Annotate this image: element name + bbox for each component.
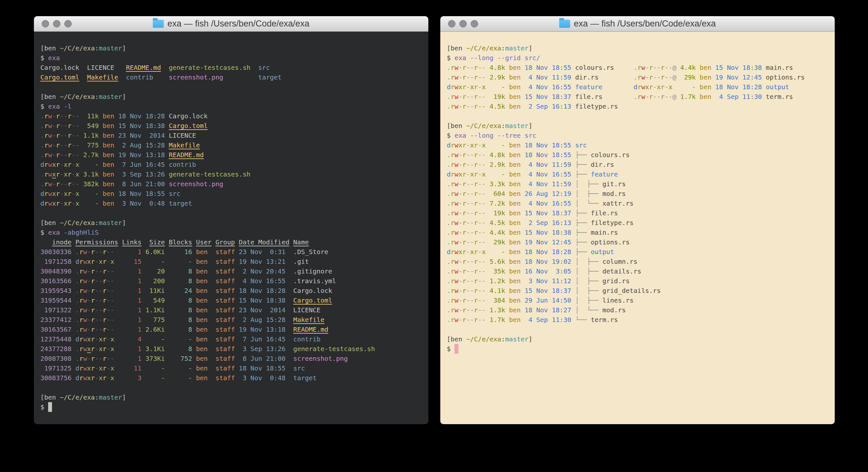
terminal-line: 30163567 .rw-r--r-- 1 2.6Ki 8 ben staff …	[40, 325, 422, 334]
terminal-line: $	[40, 402, 422, 412]
window-title: exa — fish /Users/ben/Code/exa/exa	[167, 19, 309, 29]
terminal-line	[447, 111, 828, 121]
terminal-line: [ben ~/C/e/exa:master]	[447, 334, 828, 344]
terminal-line	[40, 82, 422, 92]
terminal-line: [ben ~/C/e/exa:master]	[40, 218, 422, 228]
terminal-line: [ben ~/C/e/exa:master]	[40, 43, 422, 53]
terminal-line: drwxr-xr-x - ben 4 Nov 16:55 feature drw…	[447, 82, 828, 92]
terminal-line: .rw-r--r-- 11k ben 18 Nov 18:28 Cargo.lo…	[40, 111, 422, 121]
terminal-content-right[interactable]: [ben ~/C/e/exa:master]$ exa --long --gri…	[440, 32, 835, 424]
terminal-line: .rw-r--r-- 1.3k ben 18 Nov 18:27 │ └── m…	[447, 305, 828, 315]
terminal-line: [ben ~/C/e/exa:master]	[447, 43, 828, 53]
terminal-line: .rw-r--r-- 3.3k ben 4 Nov 11:59 │ ├── gi…	[447, 179, 828, 189]
terminal-line: 12375448 drwxr-xr-x 4 - - ben staff 7 Ju…	[40, 334, 422, 344]
terminal-line: .rw-r--r-- 2.9k ben 4 Nov 11:59 dir.rs .…	[447, 72, 828, 82]
terminal-line: .rw-r--r-- 1.2k ben 3 Nov 11:12 │ ├── gr…	[447, 276, 828, 286]
terminal-content-left[interactable]: [ben ~/C/e/exa:master]$ exaCargo.lock LI…	[34, 32, 428, 424]
minimize-button[interactable]	[459, 20, 467, 28]
terminal-line: 24377288 .rwxr-xr-x 1 3.1Ki 8 ben staff …	[40, 344, 422, 354]
terminal-line: .rw-r--r-- 604 ben 26 Aug 12:19 │ ├── mo…	[447, 189, 828, 199]
terminal-line: .rw-r--r-- 1.7k ben 4 Sep 11:30 └── term…	[447, 315, 828, 325]
terminal-line: .rw-r--r-- 2.9k ben 4 Nov 11:59 ├── dir.…	[447, 160, 828, 169]
terminal-line: $ exa --long --tree src	[447, 130, 828, 140]
terminal-line: drwxr-xr-x - ben 7 Jun 16:45 contrib	[40, 160, 422, 169]
terminal-line: Cargo.toml Makefile contrib screenshot.p…	[40, 72, 422, 82]
zoom-button[interactable]	[64, 20, 72, 28]
terminal-line: 23377412 .rw-r--r-- 1 775 8 ben staff 2 …	[40, 315, 422, 325]
terminal-line: drwxr-xr-x - ben 18 Nov 18:55 src	[447, 140, 828, 150]
terminal-line: .rw-r--r-- 4.5k ben 2 Sep 16:13 filetype…	[447, 101, 828, 111]
terminal-line: .rw-r--r-- 4.8k ben 18 Nov 18:55 ├── col…	[447, 150, 828, 160]
terminal-line: .rw-r--r-- 19k ben 15 Nov 18:37 file.rs …	[447, 92, 828, 101]
terminal-line: .rw-r--r-- 4.1k ben 15 Nov 18:37 │ ├── g…	[447, 286, 828, 295]
terminal-line: $ exa --long --grid src/	[447, 53, 828, 63]
terminal-line: 30083756 drwxr-xr-x 3 - - ben staff 3 No…	[40, 373, 422, 383]
window-title: exa — fish /Users/ben/Code/exa/exa	[574, 19, 716, 29]
terminal-line: $	[447, 344, 828, 354]
terminal-line: 30048390 .rw-r--r-- 1 20 8 ben staff 2 N…	[40, 266, 422, 276]
terminal-line: [ben ~/C/e/exa:master]	[447, 121, 828, 130]
minimize-button[interactable]	[53, 20, 60, 28]
terminal-line: .rw-r--r-- 549 ben 15 Nov 18:38 Cargo.to…	[40, 121, 422, 130]
terminal-line: .rw-r--r-- 775 ben 2 Aug 15:28 Makefile	[40, 140, 422, 150]
terminal-line: .rw-r--r-- 7.2k ben 4 Nov 16:55 │ └── xa…	[447, 199, 828, 208]
terminal-line: .rw-r--r-- 35k ben 16 Nov 3:05 │ ├── det…	[447, 266, 828, 276]
title-wrap: exa — fish /Users/ben/Code/exa/exa	[153, 19, 309, 29]
terminal-line: .rw-r--r-- 2.7k ben 19 Nov 13:18 README.…	[40, 150, 422, 160]
terminal-line: drwxr-xr-x - ben 18 Nov 18:28 ├── output	[447, 247, 828, 257]
terminal-line: drwxr-xr-x - ben 3 Nov 0:48 target	[40, 199, 422, 208]
traffic-lights	[448, 16, 478, 31]
folder-icon[interactable]	[559, 20, 570, 28]
terminal-line: .rw-r--r-- 382k ben 8 Jun 21:00 screensh…	[40, 179, 422, 189]
terminal-line: .rw-r--r-- 4.4k ben 15 Nov 18:38 ├── mai…	[447, 228, 828, 237]
terminal-line: drwxr-xr-x - ben 18 Nov 18:55 src	[40, 189, 422, 199]
terminal-line: .rw-r--r-- 1.1k ben 23 Nov 2014 LICENCE	[40, 130, 422, 140]
terminal-line: .rw-r--r-- 5.6k ben 18 Nov 19:02 │ ├── c…	[447, 257, 828, 266]
terminal-line: 20087308 .rw-r--r-- 1 373Ki 752 ben staf…	[40, 354, 422, 363]
terminal-line: 1971325 drwxr-xr-x 11 - - ben staff 18 N…	[40, 363, 422, 373]
cursor	[48, 402, 52, 412]
folder-icon[interactable]	[153, 20, 164, 28]
terminal-line: Cargo.lock LICENCE README.md generate-te…	[40, 63, 422, 72]
terminal-line: [ben ~/C/e/exa:master]	[40, 392, 422, 402]
terminal-line: $ exa -abghHliS	[40, 228, 422, 237]
terminal-line: 1971322 .rw-r--r-- 1 1.1Ki 8 ben staff 2…	[40, 305, 422, 315]
terminal-line	[447, 325, 828, 334]
cursor	[455, 344, 458, 354]
terminal-line	[40, 208, 422, 218]
terminal-line: drwxr-xr-x - ben 4 Nov 16:55 ├── feature	[447, 169, 828, 179]
terminal-line: $ exa	[40, 53, 422, 63]
terminal-line: 1971258 drwxr-xr-x 15 - - ben staff 19 N…	[40, 257, 422, 266]
traffic-lights	[42, 16, 72, 31]
terminal-line: .rw-r--r-- 29k ben 19 Nov 12:45 ├── opti…	[447, 237, 828, 247]
terminal-line: .rw-r--r-- 4.8k ben 18 Nov 18:55 colours…	[447, 63, 828, 72]
terminal-line: 30030336 .rw-r--r-- 1 6.0Ki 16 ben staff…	[40, 247, 422, 257]
desktop: { "prompt": { "user": "ben", "path": "~/…	[0, 0, 868, 472]
terminal-line: .rw-r--r-- 4.5k ben 2 Sep 16:13 ├── file…	[447, 218, 828, 228]
terminal-line: .rwxr-xr-x 3.1k ben 3 Sep 13:26 generate…	[40, 169, 422, 179]
terminal-line: 30163566 .rw-r--r-- 1 200 8 ben staff 4 …	[40, 276, 422, 286]
zoom-button[interactable]	[471, 20, 478, 28]
terminal-line: 31959544 .rw-r--r-- 1 549 8 ben staff 15…	[40, 295, 422, 305]
terminal-line: 31959543 .rw-r--r-- 1 11Ki 24 ben staff …	[40, 286, 422, 295]
terminal-line: [ben ~/C/e/exa:master]	[40, 92, 422, 101]
terminal-line	[40, 383, 422, 392]
title-bar: exa — fish /Users/ben/Code/exa/exa	[440, 16, 835, 32]
terminal-window-dark: exa — fish /Users/ben/Code/exa/exa [ben …	[34, 16, 428, 424]
close-button[interactable]	[448, 20, 456, 28]
title-bar: exa — fish /Users/ben/Code/exa/exa	[34, 16, 428, 32]
title-wrap: exa — fish /Users/ben/Code/exa/exa	[559, 19, 716, 29]
terminal-line: .rw-r--r-- 19k ben 15 Nov 18:37 ├── file…	[447, 208, 828, 218]
terminal-line: inode Permissions Links Size Blocks User…	[40, 237, 422, 247]
terminal-line: $ exa -l	[40, 101, 422, 111]
terminal-line: .rw-r--r-- 384 ben 29 Jun 14:50 │ ├── li…	[447, 295, 828, 305]
close-button[interactable]	[42, 20, 49, 28]
terminal-window-light: exa — fish /Users/ben/Code/exa/exa [ben …	[440, 16, 835, 424]
